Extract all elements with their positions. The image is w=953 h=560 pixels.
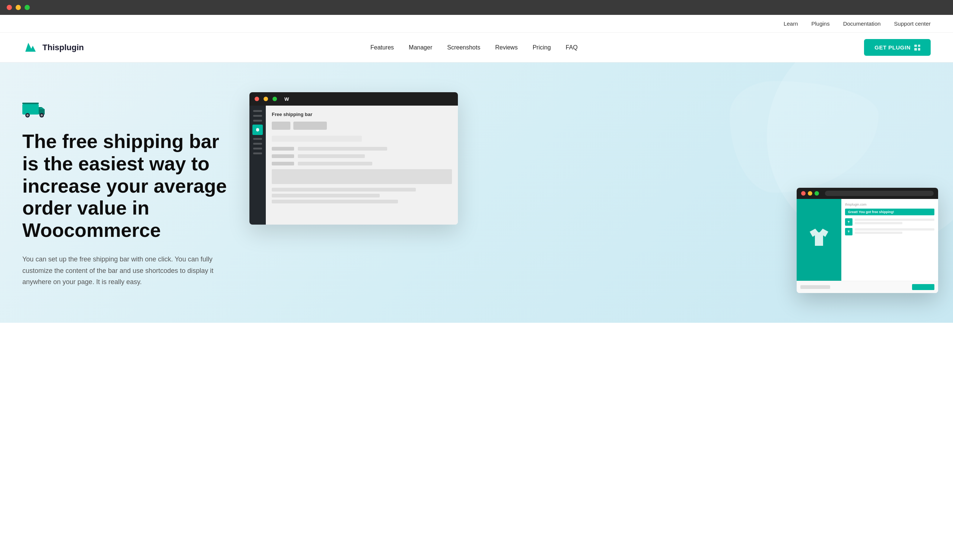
- wp-sidebar-item: [253, 110, 262, 112]
- svg-rect-5: [22, 103, 39, 104]
- preview-dot-max: [815, 191, 819, 196]
- preview-body: thisplugin.com Great! You got free shipp…: [797, 199, 938, 281]
- wp-btn-1: [272, 122, 290, 130]
- utility-nav-learn[interactable]: Learn: [784, 20, 798, 27]
- preview-item-thumb: [845, 218, 852, 226]
- wp-sidebar-item: [253, 152, 262, 154]
- logo-area[interactable]: Thisplugin: [22, 40, 84, 56]
- preview-url-bar: [825, 191, 934, 196]
- wp-sidebar-item: [253, 115, 262, 117]
- nav-screenshots[interactable]: Screenshots: [447, 44, 480, 51]
- preview-product-image: [797, 199, 841, 281]
- wp-input: [298, 147, 387, 151]
- grid-icon: [914, 45, 920, 51]
- wp-form-row-3: [272, 162, 452, 166]
- wp-dot-minimize: [264, 97, 268, 101]
- wp-content-line: [272, 200, 398, 203]
- wp-label: [272, 147, 294, 151]
- wp-form-row-1: [272, 147, 452, 151]
- preview-item-line-4: [855, 232, 902, 234]
- hero-left: The free shipping bar is the easiest way…: [22, 92, 238, 288]
- wp-dot-close: [255, 97, 259, 101]
- svg-point-4: [40, 114, 43, 116]
- wp-textarea: [272, 169, 452, 184]
- preview-item-details: [855, 219, 934, 225]
- os-chrome-bar: [0, 0, 953, 15]
- preview-item-thumb-2: [845, 228, 852, 235]
- wp-sidebar: [250, 105, 266, 224]
- wp-admin-mockup: W Free shipping bar: [250, 92, 458, 224]
- shipping-truck-icon: [22, 100, 238, 122]
- hero-section: The free shipping bar is the easiest way…: [0, 62, 953, 323]
- wp-page-title: Free shipping bar: [272, 111, 452, 117]
- os-dot-yellow[interactable]: [16, 5, 21, 10]
- logo-text: Thisplugin: [42, 43, 84, 53]
- preview-item-line-2: [855, 222, 902, 224]
- preview-item-1: [845, 218, 934, 226]
- tshirt-icon: [806, 224, 832, 255]
- nav-pricing[interactable]: Pricing: [533, 44, 551, 51]
- wp-dot-maximize: [273, 97, 277, 101]
- hero-right: W Free shipping bar: [238, 92, 931, 278]
- preview-checkout-panel: thisplugin.com Great! You got free shipp…: [841, 199, 938, 281]
- preview-titlebar: [797, 188, 938, 199]
- os-dot-red[interactable]: [7, 5, 12, 10]
- nav-reviews[interactable]: Reviews: [495, 44, 517, 51]
- svg-rect-0: [22, 104, 39, 114]
- preview-free-shipping-banner: Great! You got free shipping!: [845, 209, 934, 215]
- wp-form-row-2: [272, 154, 452, 158]
- wp-toolbar: [272, 122, 452, 130]
- utility-nav-support[interactable]: Support center: [894, 20, 931, 27]
- nav-faq[interactable]: FAQ: [566, 44, 578, 51]
- wp-input: [298, 162, 372, 166]
- preview-checkout-button[interactable]: [912, 284, 934, 290]
- utility-nav: Learn Plugins Documentation Support cent…: [0, 15, 953, 33]
- wp-logo: W: [284, 96, 289, 102]
- logo-icon: [22, 40, 38, 56]
- wp-body: Free shipping bar: [250, 105, 458, 224]
- os-dot-green[interactable]: [25, 5, 30, 10]
- wp-sidebar-item: [253, 120, 262, 122]
- preview-footer-text: [800, 285, 830, 289]
- wp-sidebar-item: [253, 143, 262, 145]
- preview-item-2: [845, 228, 934, 235]
- wp-sidebar-item: [253, 148, 262, 150]
- preview-mockup: thisplugin.com Great! You got free shipp…: [797, 188, 938, 293]
- nav-manager[interactable]: Manager: [409, 44, 432, 51]
- wp-content-line: [272, 188, 416, 192]
- preview-item-line-3: [855, 228, 934, 230]
- hero-description: You can set up the free shipping bar wit…: [22, 254, 216, 288]
- main-nav: Thisplugin Features Manager Screenshots …: [0, 33, 953, 62]
- preview-item-line-1: [855, 219, 934, 221]
- hero-title: The free shipping bar is the easiest way…: [22, 130, 238, 242]
- wp-content-line: [272, 194, 380, 198]
- nav-features[interactable]: Features: [370, 44, 394, 51]
- main-nav-links: Features Manager Screenshots Reviews Pri…: [370, 44, 578, 51]
- wp-titlebar: W: [250, 92, 458, 105]
- wp-content-line: [272, 136, 362, 142]
- preview-dot-min: [808, 191, 812, 196]
- utility-nav-documentation[interactable]: Documentation: [843, 20, 881, 27]
- wp-label: [272, 154, 294, 158]
- svg-point-2: [26, 114, 29, 116]
- wp-sidebar-plugin-icon: [252, 125, 263, 135]
- wp-sidebar-item: [253, 138, 262, 140]
- preview-item-details-2: [855, 228, 934, 235]
- preview-site-name: thisplugin.com: [845, 203, 934, 206]
- utility-nav-plugins[interactable]: Plugins: [811, 20, 829, 27]
- wp-content-area: Free shipping bar: [266, 105, 458, 224]
- preview-footer: [797, 281, 938, 293]
- wp-label: [272, 162, 294, 166]
- wp-btn-2: [293, 122, 327, 130]
- wp-input: [298, 154, 365, 158]
- get-plugin-button[interactable]: GET PLUGIN: [864, 39, 931, 56]
- preview-dot-close: [801, 191, 806, 196]
